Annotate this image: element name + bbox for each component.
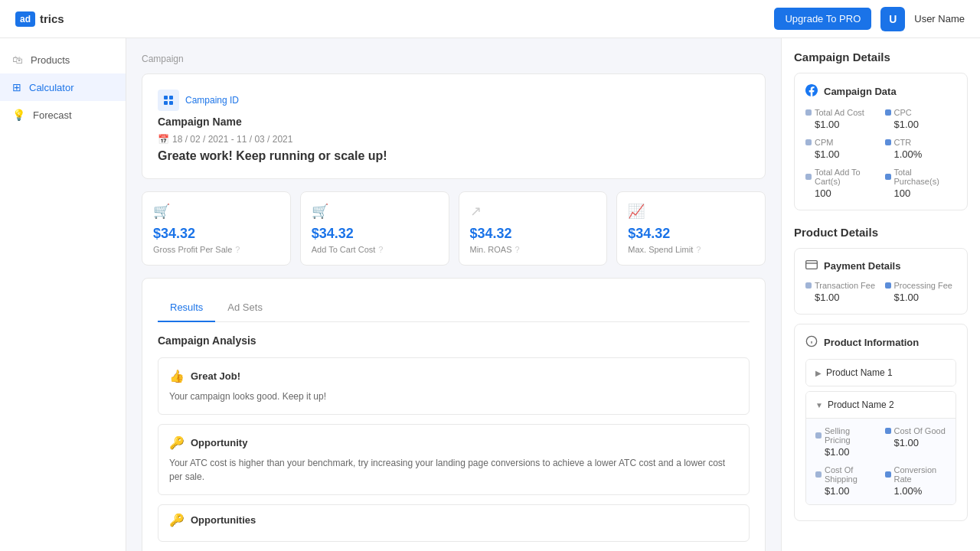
metric-gross-profit: 🛒 $34.32 Gross Profit Per Sale ?	[142, 191, 291, 266]
label-cpc: CPC	[894, 108, 912, 117]
analysis-item-opportunities: 🔑 Opportunities	[158, 504, 750, 542]
calendar-icon: 📅	[158, 134, 169, 145]
product-accordion-item-1: ▶ Product Name 1	[805, 359, 956, 386]
add-to-cart-help-icon[interactable]: ?	[378, 245, 383, 254]
analysis-item-header-opportunities: 🔑 Opportunities	[169, 513, 738, 527]
metrics-row: 🛒 $34.32 Gross Profit Per Sale ? 🛒 $34.3…	[142, 191, 766, 266]
header: ad trics Upgrade To PRO U User Name	[0, 0, 980, 38]
label-ctr: CTR	[894, 138, 912, 147]
max-spend-help-icon[interactable]: ?	[696, 245, 701, 254]
value-total-purchases: 100	[885, 187, 957, 199]
analysis-item-opportunity: 🔑 Opportunity Your ATC cost is higher th…	[158, 424, 750, 495]
value-cost-of-shipping: $1.00	[815, 485, 877, 497]
facebook-icon	[805, 84, 818, 99]
campaign-tagline: Greate work! Keep running or scale up!	[158, 149, 750, 163]
sidebar-label-products: Products	[31, 54, 70, 66]
logo-text: trics	[40, 12, 64, 25]
campaign-id-row: Campaing ID	[158, 90, 750, 111]
add-to-cart-icon: 🛒	[312, 203, 438, 220]
payment-details-header: Payment Details	[805, 259, 956, 272]
campaign-details-title: Campaign Details	[794, 51, 968, 64]
campaign-data-title: Campaign Data	[824, 86, 897, 97]
dot-ctr	[885, 139, 891, 145]
min-roas-help-icon[interactable]: ?	[515, 245, 520, 254]
chevron-right-icon-1: ▶	[815, 369, 822, 377]
metric-add-to-cart: 🛒 $34.32 Add To Cart Cost ?	[300, 191, 449, 266]
value-cpc: $1.00	[885, 119, 957, 130]
label-transaction-fee: Transaction Fee	[815, 281, 875, 290]
campaign-icon-grid	[164, 96, 173, 105]
metric-transaction-fee: Transaction Fee $1.00	[805, 281, 877, 303]
great-job-title: Great Job!	[191, 370, 240, 382]
metric-cpc: CPC $1.00	[885, 108, 957, 130]
products-icon: 🛍	[12, 54, 23, 66]
tab-ad-sets[interactable]: Ad Sets	[215, 294, 275, 322]
product-info-icon	[805, 335, 818, 350]
opportunities-icon: 🔑	[169, 513, 185, 527]
campaign-data-metrics: Total Ad Cost $1.00 CPC $1.00	[805, 108, 956, 199]
value-conversion-rate: 1.00%	[885, 485, 947, 497]
product-accordion-header-1[interactable]: ▶ Product Name 1	[806, 360, 956, 386]
campaign-name: Campaign Name	[158, 116, 750, 128]
campaign-id-label: Campaing ID	[185, 95, 239, 106]
product-accordion-header-2[interactable]: ▼ Product Name 2	[806, 392, 956, 418]
label-total-atc: Total Add To Cart(s)	[815, 168, 877, 186]
min-roas-label: Min. ROAS	[470, 245, 512, 254]
section-label: Campaign	[142, 54, 766, 64]
gross-profit-value: $34.32	[153, 226, 279, 242]
product-accordion-body-2: Selling Pricing $1.00 Cost Of Good $1.00	[806, 418, 956, 504]
tabs-bar: Results Ad Sets	[158, 294, 750, 322]
metric-total-purchases: Total Purchase(s) 100	[885, 168, 957, 199]
analysis-item-header-great-job: 👍 Great Job!	[169, 369, 738, 383]
value-ctr: 1.00%	[885, 148, 957, 160]
analysis-title: Campaign Analysis	[158, 334, 750, 347]
gross-profit-icon: 🛒	[153, 203, 279, 220]
dot-total-atc	[805, 174, 812, 180]
dot-processing	[885, 282, 891, 289]
product-details-section: Product Details Payment Details Transact…	[794, 226, 968, 521]
right-panel: Campaign Details Campaign Data Total Ad …	[781, 38, 980, 551]
sidebar-label-calculator: Calculator	[29, 82, 74, 93]
layout: 🛍 Products ⊞ Calculator 💡 Forecast Campa…	[0, 38, 980, 551]
calculator-icon: ⊞	[12, 81, 21, 93]
dot-cost-shipping	[815, 471, 822, 478]
great-job-text: Your campaign looks good. Keep it up!	[169, 390, 738, 403]
gross-profit-help-icon[interactable]: ?	[235, 245, 240, 254]
payment-icon	[805, 259, 818, 272]
dot-total-purchases	[885, 174, 891, 180]
sidebar-label-forecast: Forecast	[33, 109, 72, 121]
product-name-2-label: Product Name 2	[828, 399, 894, 410]
dot-conversion	[885, 471, 891, 478]
tab-results[interactable]: Results	[158, 294, 215, 322]
opportunity-title: Opportunity	[191, 437, 247, 448]
analysis-item-header-opportunity: 🔑 Opportunity	[169, 435, 738, 450]
header-right: Upgrade To PRO U User Name	[774, 7, 965, 31]
label-conversion-rate: Conversion Rate	[894, 465, 947, 484]
product-information-card: Product Information ▶ Product Name 1 ▼ P…	[794, 324, 968, 521]
value-selling-pricing: $1.00	[815, 446, 877, 458]
dot-cost-good	[885, 428, 891, 434]
metric-conversion-rate: Conversion Rate 1.00%	[885, 465, 947, 497]
payment-details-metrics: Transaction Fee $1.00 Processing Fee $1.…	[805, 281, 956, 303]
value-cost-of-good: $1.00	[885, 437, 947, 448]
analysis-card: Results Ad Sets Campaign Analysis 👍 Grea…	[142, 278, 766, 551]
sidebar-item-products[interactable]: 🛍 Products	[0, 46, 126, 73]
max-spend-icon: 📈	[628, 203, 754, 220]
label-total-purchases: Total Purchase(s)	[894, 168, 957, 186]
max-spend-label: Max. Spend Limit	[628, 245, 693, 254]
logo-icon: ad	[15, 11, 35, 27]
sidebar-item-forecast[interactable]: 💡 Forecast	[0, 101, 126, 129]
label-total-ad-cost: Total Ad Cost	[815, 108, 864, 117]
metric-total-atc: Total Add To Cart(s) 100	[805, 168, 877, 199]
sidebar-item-calculator[interactable]: ⊞ Calculator	[0, 73, 126, 101]
product-name-1-label: Product Name 1	[826, 367, 893, 378]
campaign-card: Campaing ID Campaign Name 📅 18 / 02 / 20…	[142, 73, 766, 179]
campaign-date: 📅 18 / 02 / 2021 - 11 / 03 / 2021	[158, 134, 750, 145]
metric-cost-of-shipping: Cost Of Shipping $1.00	[815, 465, 877, 497]
upgrade-button[interactable]: Upgrade To PRO	[774, 8, 871, 30]
payment-details-card: Payment Details Transaction Fee $1.00 Pr	[794, 248, 968, 315]
gross-profit-label: Gross Profit Per Sale	[153, 245, 232, 254]
label-cost-of-shipping: Cost Of Shipping	[825, 465, 877, 484]
value-total-atc: 100	[805, 187, 877, 199]
metric-processing-fee: Processing Fee $1.00	[885, 281, 957, 303]
